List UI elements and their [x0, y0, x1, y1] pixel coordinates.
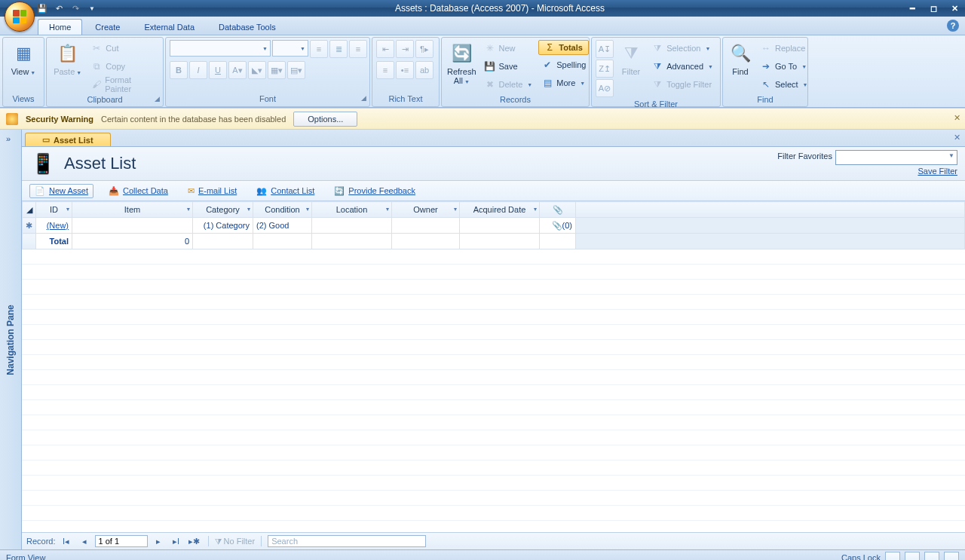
- col-id[interactable]: ID▾: [36, 202, 72, 218]
- data-table[interactable]: ◢ ID▾ Item▾ Category▾ Condition▾ Locatio…: [22, 201, 965, 249]
- font-color-button[interactable]: A▾: [228, 61, 247, 79]
- clipboard-dialog-icon[interactable]: ◢: [155, 95, 160, 103]
- close-document-icon[interactable]: ✕: [954, 133, 960, 142]
- clear-sort-button[interactable]: A⊘: [596, 79, 614, 97]
- font-size-combo[interactable]: ▼: [272, 40, 308, 57]
- cell-new-acquired[interactable]: [460, 218, 540, 234]
- view-design-button[interactable]: [944, 552, 959, 560]
- new-record-button[interactable]: ✳New: [481, 40, 536, 57]
- undo-icon[interactable]: ↶: [53, 2, 65, 14]
- prev-record-button[interactable]: ◂: [77, 534, 92, 548]
- email-list-button[interactable]: ✉E-mail List: [183, 185, 241, 197]
- col-owner[interactable]: Owner▾: [392, 202, 460, 218]
- delete-record-button[interactable]: ✖Delete▼: [481, 76, 536, 93]
- font-dialog-icon[interactable]: ◢: [361, 94, 366, 102]
- next-record-button[interactable]: ▸: [151, 534, 166, 548]
- col-item[interactable]: Item▾: [72, 202, 193, 218]
- security-options-button[interactable]: Options...: [293, 112, 357, 127]
- sort-asc-button[interactable]: A↧: [596, 40, 614, 58]
- sort-desc-button[interactable]: Z↥: [596, 60, 614, 78]
- highlight-button[interactable]: ab: [415, 61, 433, 79]
- italic-button[interactable]: I: [189, 61, 207, 79]
- search-box[interactable]: [268, 535, 426, 547]
- cell-new-location[interactable]: [312, 218, 392, 234]
- redo-icon[interactable]: ↷: [69, 2, 81, 14]
- cell-new-attachment[interactable]: 📎(0): [540, 218, 576, 234]
- spelling-button[interactable]: ✔Spelling: [538, 57, 589, 73]
- help-icon[interactable]: ?: [947, 20, 959, 32]
- security-close-icon[interactable]: ✕: [954, 113, 960, 123]
- refresh-all-button[interactable]: 🔄 Refresh All▼: [446, 40, 478, 88]
- save-record-button[interactable]: 💾Save: [481, 58, 536, 75]
- save-filter-link[interactable]: Save Filter: [918, 167, 957, 176]
- minimize-button[interactable]: ━: [902, 2, 923, 15]
- align-center-button[interactable]: ≣: [329, 40, 348, 58]
- cell-new-condition[interactable]: (2) Good: [253, 218, 312, 234]
- toggle-filter-button[interactable]: ⧩Toggle Filter: [648, 76, 716, 93]
- first-record-button[interactable]: I◂: [59, 534, 74, 548]
- qat-dropdown-icon[interactable]: ▼: [86, 2, 98, 14]
- filter-favorites-combo[interactable]: ▼: [835, 150, 957, 165]
- find-button[interactable]: 🔍 Find: [727, 40, 754, 78]
- align-left-button[interactable]: ≡: [310, 40, 328, 58]
- select-all-corner[interactable]: ◢: [23, 202, 36, 218]
- close-button[interactable]: ✕: [944, 2, 965, 15]
- new-row[interactable]: ✱ (New) (1) Category (2) Good 📎(0): [23, 218, 965, 234]
- tab-database-tools[interactable]: Database Tools: [207, 19, 287, 35]
- advanced-button[interactable]: ⧩Advanced▼: [648, 58, 716, 75]
- tab-create[interactable]: Create: [84, 19, 131, 35]
- totals-button[interactable]: ΣTotals: [538, 40, 589, 55]
- align-right-button[interactable]: ≡: [349, 40, 367, 58]
- decrease-list-level-button[interactable]: ⇤: [376, 40, 394, 58]
- col-category[interactable]: Category▾: [193, 202, 253, 218]
- col-location[interactable]: Location▾: [312, 202, 392, 218]
- copy-button[interactable]: ⧉Copy: [87, 58, 159, 75]
- filter-status[interactable]: ⧩ No Filter: [215, 537, 256, 546]
- new-record-nav-button[interactable]: ▸✱: [187, 534, 202, 548]
- more-button[interactable]: ▤More▼: [538, 75, 589, 91]
- cell-new-owner[interactable]: [392, 218, 460, 234]
- cell-new-category[interactable]: (1) Category: [193, 218, 253, 234]
- selection-button[interactable]: ⧩Selection▼: [648, 40, 716, 57]
- bold-button[interactable]: B: [170, 61, 188, 79]
- goto-button[interactable]: ➔Go To▼: [757, 58, 811, 75]
- record-position-input[interactable]: [95, 535, 148, 547]
- document-tab-asset-list[interactable]: ▭ Asset List: [25, 133, 111, 146]
- expand-nav-icon[interactable]: »: [6, 134, 11, 143]
- office-button[interactable]: [5, 2, 35, 32]
- cut-button[interactable]: ✂Cut: [87, 40, 159, 57]
- new-asset-button[interactable]: 📄New Asset: [29, 184, 93, 198]
- save-icon[interactable]: 💾: [36, 2, 48, 14]
- collect-data-button[interactable]: 📥Collect Data: [104, 185, 173, 197]
- numbered-list-button[interactable]: ≡: [376, 61, 394, 79]
- underline-button[interactable]: U: [209, 61, 227, 79]
- contact-list-button[interactable]: 👥Contact List: [252, 185, 319, 197]
- totals-value[interactable]: 0: [72, 234, 193, 249]
- select-button[interactable]: ↖Select▼: [757, 76, 811, 93]
- provide-feedback-button[interactable]: 🔄Provide Feedback: [329, 185, 420, 197]
- tab-home[interactable]: Home: [38, 19, 82, 35]
- view-button[interactable]: ▦ View▼: [7, 40, 40, 79]
- tab-external-data[interactable]: External Data: [133, 19, 206, 35]
- filter-button[interactable]: ⧩ Filter: [617, 40, 645, 78]
- fill-color-button[interactable]: ◣▾: [248, 61, 266, 79]
- col-attachment[interactable]: 📎: [540, 202, 576, 218]
- gridlines-button[interactable]: ▦▾: [268, 61, 286, 79]
- paste-button[interactable]: 📋 Paste▼: [51, 40, 84, 79]
- increase-list-level-button[interactable]: ⇥: [396, 40, 414, 58]
- bulleted-list-button[interactable]: •≡: [396, 61, 414, 79]
- view-datasheet-button[interactable]: [905, 552, 920, 560]
- view-form-button[interactable]: [885, 552, 900, 560]
- col-condition[interactable]: Condition▾: [253, 202, 312, 218]
- cell-new-item[interactable]: [72, 218, 193, 234]
- alt-row-button[interactable]: ▤▾: [287, 61, 305, 79]
- last-record-button[interactable]: ▸I: [169, 534, 184, 548]
- maximize-button[interactable]: ◻: [923, 2, 944, 15]
- replace-button[interactable]: ↔Replace: [757, 40, 811, 57]
- totals-row[interactable]: Total 0: [23, 234, 965, 249]
- navigation-pane-collapsed[interactable]: » Navigation Pane: [0, 130, 22, 549]
- col-acquired[interactable]: Acquired Date▾: [460, 202, 540, 218]
- new-row-selector[interactable]: ✱: [23, 218, 36, 234]
- ltr-button[interactable]: ¶▸: [415, 40, 433, 58]
- cell-new-id[interactable]: (New): [47, 221, 69, 230]
